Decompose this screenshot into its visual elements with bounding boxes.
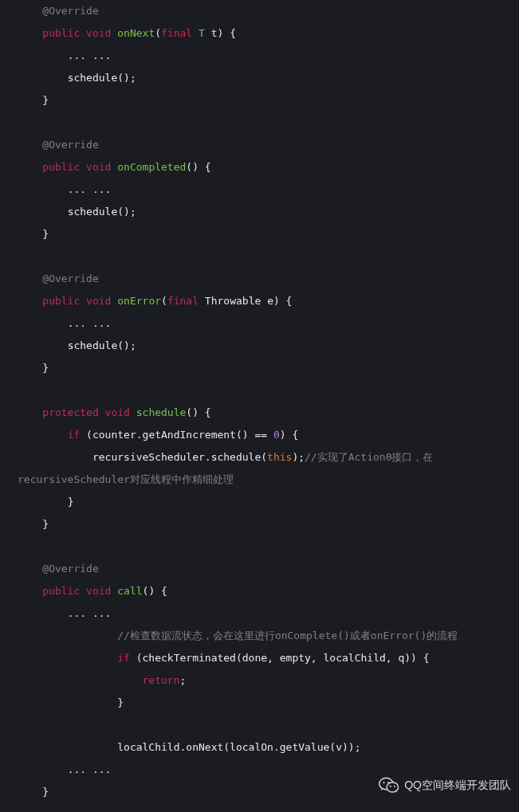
param-e: e xyxy=(267,295,273,307)
watermark-text: QQ空间终端开发团队 xyxy=(404,774,511,796)
annotation4: @Override xyxy=(42,563,98,575)
svg-point-2 xyxy=(383,782,385,783)
method-schedule: schedule xyxy=(136,406,187,418)
kw-this: this xyxy=(267,451,292,463)
wechat-icon xyxy=(379,776,399,794)
comment-checkflow: //检查数据流状态，会在这里进行onComplete()或者onError()的… xyxy=(117,630,458,641)
method-onCompleted: onCompleted xyxy=(117,161,186,173)
kw-if: if xyxy=(68,429,81,441)
watermark: QQ空间终端开发团队 xyxy=(379,774,511,796)
call-schedule: schedule(); xyxy=(68,72,136,84)
kw-final: final xyxy=(161,27,192,39)
annotation2: @Override xyxy=(42,139,98,151)
call-checkTerminated: (checkTerminated(done, empty, localChild… xyxy=(136,652,430,664)
code-block: @Override public void onNext(final T t) … xyxy=(0,0,519,803)
call-recursiveSched: recursiveScheduler.schedule( xyxy=(92,451,267,463)
svg-point-1 xyxy=(387,783,398,792)
type-Throwable: Throwable xyxy=(205,295,261,307)
annotation3: @Override xyxy=(42,273,98,284)
method-call: call xyxy=(117,585,142,597)
method-onNext: onNext xyxy=(117,27,155,39)
svg-point-3 xyxy=(387,782,389,783)
svg-point-4 xyxy=(390,786,391,787)
method-onError: onError xyxy=(117,295,161,307)
kw-void: void xyxy=(86,27,111,39)
param-t: t xyxy=(211,27,218,39)
ellipsis: ... ... xyxy=(68,49,112,61)
kw-return: return xyxy=(143,674,180,686)
call-localChild-onNext: localChild.onNext(localOn.getValue(v)); xyxy=(117,741,360,753)
svg-point-5 xyxy=(394,786,395,787)
call-getAndIncrement: counter.getAndIncrement() xyxy=(92,429,249,441)
kw-protected: protected xyxy=(42,406,98,418)
kw-public: public xyxy=(42,27,80,39)
literal-zero: 0 xyxy=(273,429,280,441)
type-T: T xyxy=(199,27,205,39)
annotation: @Override xyxy=(42,5,98,17)
